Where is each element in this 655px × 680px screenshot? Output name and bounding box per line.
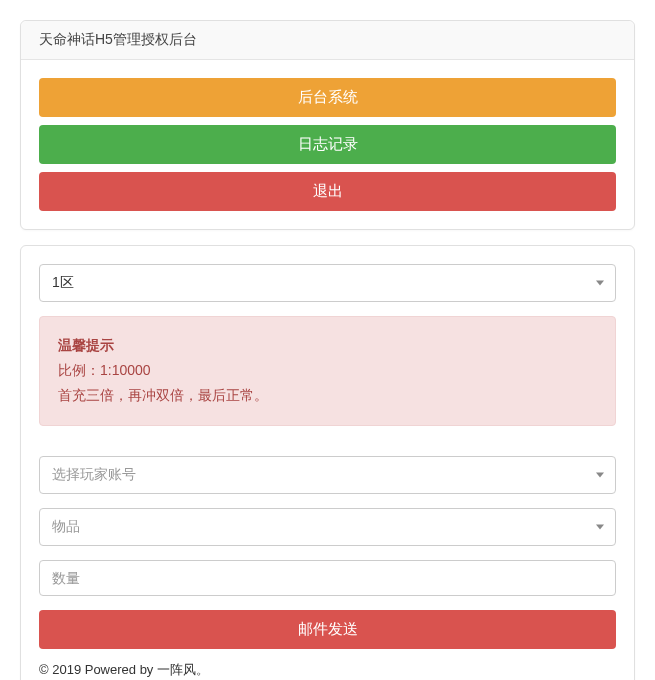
send-mail-button[interactable]: 邮件发送	[39, 610, 616, 649]
header-card: 天命神话H5管理授权后台 后台系统 日志记录 退出	[20, 20, 635, 230]
footer-text: © 2019 Powered by 一阵风。	[39, 661, 616, 679]
form-card: 1区 温馨提示 比例：1:10000 首充三倍，再冲双倍，最后正常。 选择玩家账…	[20, 245, 635, 680]
nav-body: 后台系统 日志记录 退出	[21, 60, 634, 229]
zone-select[interactable]: 1区	[39, 264, 616, 302]
log-button[interactable]: 日志记录	[39, 125, 616, 164]
item-select-wrap: 物品	[39, 508, 616, 546]
item-select[interactable]: 物品	[39, 508, 616, 546]
zone-select-wrap: 1区	[39, 264, 616, 302]
player-select[interactable]: 选择玩家账号	[39, 456, 616, 494]
tip-alert: 温馨提示 比例：1:10000 首充三倍，再冲双倍，最后正常。	[39, 316, 616, 426]
logout-button[interactable]: 退出	[39, 172, 616, 211]
alert-line2: 首充三倍，再冲双倍，最后正常。	[58, 387, 268, 403]
page-title: 天命神话H5管理授权后台	[21, 21, 634, 60]
alert-title: 温馨提示	[58, 333, 597, 358]
quantity-input[interactable]	[39, 560, 616, 596]
system-button[interactable]: 后台系统	[39, 78, 616, 117]
form-body: 1区 温馨提示 比例：1:10000 首充三倍，再冲双倍，最后正常。 选择玩家账…	[21, 246, 634, 680]
alert-line1: 比例：1:10000	[58, 362, 151, 378]
player-select-wrap: 选择玩家账号	[39, 456, 616, 494]
